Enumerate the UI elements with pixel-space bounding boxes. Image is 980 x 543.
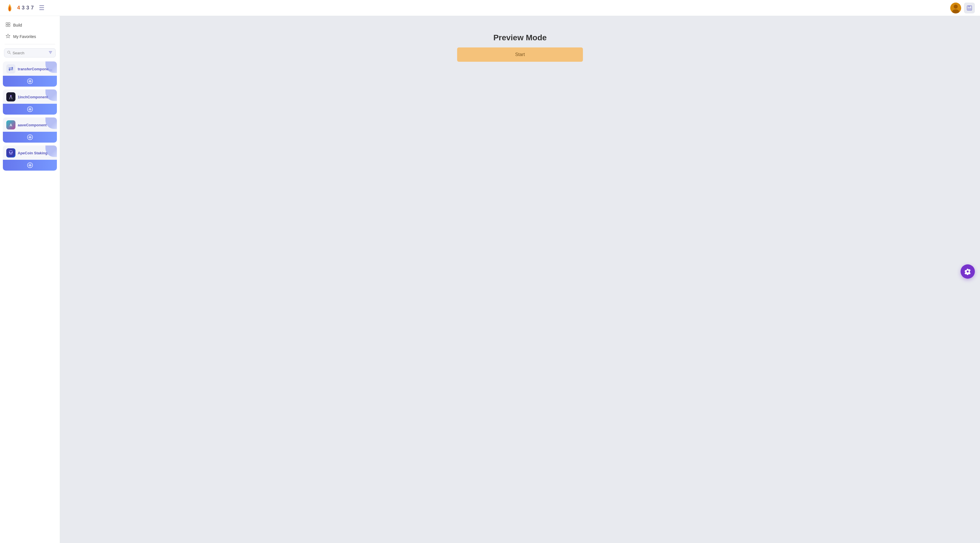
preview-title: Preview Mode — [493, 33, 547, 42]
score-d1: 4 — [17, 5, 20, 11]
sidebar-item-build[interactable]: Build — [0, 19, 60, 31]
search-icon — [7, 51, 11, 55]
save-button[interactable] — [964, 3, 975, 13]
svg-text:A: A — [10, 123, 12, 127]
svg-rect-4 — [968, 6, 970, 8]
add-aave-button[interactable] — [3, 132, 57, 143]
1inch-logo — [6, 92, 16, 102]
favorites-label: My Favorites — [13, 34, 36, 39]
preview-container: Preview Mode Start — [457, 33, 583, 62]
avatar[interactable] — [950, 3, 961, 13]
plus-icon — [27, 134, 33, 140]
svg-point-19 — [7, 93, 15, 101]
add-transfer-button[interactable] — [3, 76, 57, 87]
add-1inch-button[interactable] — [3, 104, 57, 114]
plus-icon — [27, 162, 33, 168]
avatar-image — [950, 3, 961, 13]
aave-component-name: aaveComponent — [18, 123, 46, 127]
1inch-component-name: 1inchComponent — [18, 95, 48, 99]
svg-rect-8 — [6, 25, 8, 27]
score-display: 4 3 3 7 — [17, 5, 34, 11]
filter-icon[interactable] — [48, 50, 52, 56]
settings-icon — [964, 268, 971, 275]
build-label: Build — [13, 23, 22, 27]
svg-rect-5 — [968, 8, 971, 10]
svg-rect-7 — [8, 22, 10, 24]
svg-rect-6 — [6, 22, 8, 24]
svg-point-1 — [954, 5, 958, 9]
score-d4: 7 — [31, 5, 34, 11]
topnav: 4 3 3 7 ☰ — [0, 0, 980, 16]
star-icon — [6, 34, 10, 40]
component-card-transfer: transferComponen... — [3, 62, 57, 87]
hamburger-icon[interactable]: ☰ — [39, 4, 45, 12]
svg-rect-9 — [8, 25, 10, 27]
svg-point-30 — [9, 152, 11, 154]
build-icon — [6, 22, 10, 28]
apecoin-logo — [6, 148, 16, 157]
settings-fab[interactable] — [961, 264, 975, 279]
component-list: transferComponen... — [0, 62, 60, 171]
topnav-left: 4 3 3 7 ☰ — [5, 3, 45, 13]
topnav-right — [950, 3, 975, 13]
add-apecoin-button[interactable] — [3, 160, 57, 171]
plus-icon — [27, 78, 33, 84]
component-card-aave: A aaveComponent — [3, 117, 57, 143]
plus-icon — [27, 106, 33, 112]
component-card-apecoin: ApeCoin Staking — [3, 146, 57, 171]
svg-point-29 — [7, 149, 15, 157]
save-icon — [967, 5, 972, 11]
search-box — [4, 48, 56, 57]
svg-point-31 — [11, 152, 13, 154]
svg-marker-10 — [6, 34, 10, 38]
apecoin-component-name: ApeCoin Staking — [18, 151, 48, 155]
component-card-1inch: 1inchComponent — [3, 89, 57, 114]
sidebar-item-favorites[interactable]: My Favorites — [0, 31, 60, 42]
main-area: Preview Mode Start — [60, 16, 980, 543]
flame-logo-icon — [5, 3, 14, 13]
transfer-logo — [6, 64, 16, 73]
aave-logo: A — [6, 120, 16, 129]
svg-line-12 — [10, 53, 11, 54]
search-input[interactable] — [13, 51, 45, 55]
sidebar: Build My Favorites — [0, 16, 60, 543]
score-d3: 3 — [26, 5, 29, 11]
score-d2: 3 — [22, 5, 25, 11]
start-button[interactable]: Start — [457, 48, 583, 62]
svg-point-20 — [10, 95, 12, 97]
